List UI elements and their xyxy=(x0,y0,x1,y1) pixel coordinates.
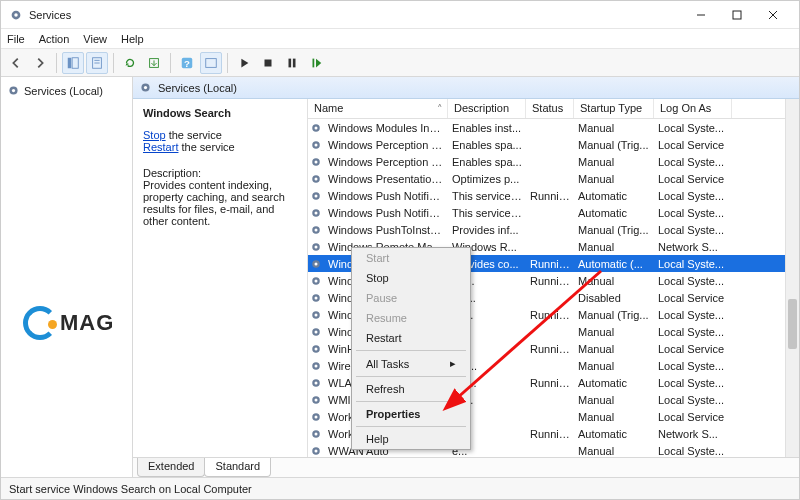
stop-service-button[interactable] xyxy=(257,52,279,74)
cell-logon: Local Service xyxy=(654,343,732,355)
gear-icon xyxy=(308,428,324,440)
ctx-stop[interactable]: Stop xyxy=(352,268,470,288)
gear-icon xyxy=(308,445,324,457)
help-button[interactable]: ? xyxy=(176,52,198,74)
svg-point-62 xyxy=(315,449,318,452)
close-button[interactable] xyxy=(755,4,791,26)
col-status[interactable]: Status xyxy=(526,99,574,118)
table-row[interactable]: Windows PushToInstall Serv...Provides in… xyxy=(308,221,799,238)
export-button[interactable] xyxy=(143,52,165,74)
window-title: Services xyxy=(29,9,683,21)
context-menu: Start Stop Pause Resume Restart All Task… xyxy=(351,247,471,450)
properties-button[interactable] xyxy=(86,52,108,74)
ctx-refresh[interactable]: Refresh xyxy=(352,379,470,399)
table-row[interactable]: Windows Presentation Fou...Optimizes p..… xyxy=(308,170,799,187)
tab-standard[interactable]: Standard xyxy=(204,458,271,477)
cell-desc: Enables spa... xyxy=(448,156,526,168)
gear-icon xyxy=(308,343,324,355)
ctx-pause: Pause xyxy=(352,288,470,308)
cell-startup: Manual xyxy=(574,326,654,338)
table-row[interactable]: Windows Push Notification...This service… xyxy=(308,187,799,204)
separator xyxy=(113,53,114,73)
restart-link[interactable]: Restart xyxy=(143,141,178,153)
table-row[interactable]: Windows Perception ServiceEnables spa...… xyxy=(308,136,799,153)
svg-point-24 xyxy=(315,126,318,129)
cell-logon: Local Syste... xyxy=(654,360,732,372)
chevron-right-icon: ▸ xyxy=(450,357,456,370)
stop-link[interactable]: Stop xyxy=(143,129,166,141)
gear-icon xyxy=(308,292,324,304)
tree-root-item[interactable]: Services (Local) xyxy=(1,81,132,100)
gear-icon xyxy=(308,326,324,338)
ctx-restart[interactable]: Restart xyxy=(352,328,470,348)
gear-icon xyxy=(308,224,324,236)
svg-rect-16 xyxy=(289,58,292,67)
maximize-button[interactable] xyxy=(719,4,755,26)
ctx-alltasks[interactable]: All Tasks▸ xyxy=(352,353,470,374)
ctx-separator xyxy=(356,426,466,427)
cell-startup: Manual xyxy=(574,394,654,406)
app-icon xyxy=(9,8,23,22)
cell-status: Running xyxy=(526,258,574,270)
refresh-button[interactable] xyxy=(119,52,141,74)
back-button[interactable] xyxy=(5,52,27,74)
ctx-help[interactable]: Help xyxy=(352,429,470,449)
table-row[interactable]: Windows Modules InstallerEnables inst...… xyxy=(308,119,799,136)
cell-logon: Local Syste... xyxy=(654,190,732,202)
gear-icon xyxy=(308,360,324,372)
minimize-button[interactable] xyxy=(683,4,719,26)
description-text: Provides content indexing, property cach… xyxy=(143,179,299,227)
table-row[interactable]: Windows Perception Simul...Enables spa..… xyxy=(308,153,799,170)
start-service-button[interactable] xyxy=(233,52,255,74)
view-tabs: Extended Standard xyxy=(133,457,799,477)
status-text: Start service Windows Search on Local Co… xyxy=(9,483,252,495)
cell-startup: Automatic (... xyxy=(574,258,654,270)
show-hide-tree-button[interactable] xyxy=(62,52,84,74)
description-panel: Windows Search Stop the service Restart … xyxy=(133,99,308,457)
selected-service-name: Windows Search xyxy=(143,107,299,119)
tab-extended[interactable]: Extended xyxy=(137,458,205,477)
vertical-scrollbar[interactable] xyxy=(785,99,799,457)
ctx-separator xyxy=(356,401,466,402)
col-logon[interactable]: Log On As xyxy=(654,99,732,118)
cell-logon: Local Syste... xyxy=(654,394,732,406)
col-startup[interactable]: Startup Type xyxy=(574,99,654,118)
menu-view[interactable]: View xyxy=(83,33,107,45)
menu-file[interactable]: File xyxy=(7,33,25,45)
cell-startup: Manual xyxy=(574,241,654,253)
cell-status: Running xyxy=(526,275,574,287)
gear-icon xyxy=(308,139,324,151)
ctx-properties[interactable]: Properties xyxy=(352,404,470,424)
restart-service-button[interactable] xyxy=(305,52,327,74)
svg-point-56 xyxy=(315,398,318,401)
cell-startup: Manual xyxy=(574,156,654,168)
cell-startup: Manual (Trig... xyxy=(574,224,654,236)
titlebar: Services xyxy=(1,1,799,29)
ctx-start: Start xyxy=(352,248,470,268)
cell-logon: Local Service xyxy=(654,173,732,185)
cell-logon: Network S... xyxy=(654,428,732,440)
toolbar: ? xyxy=(1,49,799,77)
cell-desc: Enables spa... xyxy=(448,139,526,151)
forward-button[interactable] xyxy=(29,52,51,74)
cell-logon: Local Syste... xyxy=(654,156,732,168)
pane-header: Services (Local) xyxy=(133,77,799,99)
col-description[interactable]: Description xyxy=(448,99,526,118)
gear-icon xyxy=(308,377,324,389)
cell-startup: Manual xyxy=(574,445,654,457)
pause-service-button[interactable] xyxy=(281,52,303,74)
gear-icon xyxy=(308,394,324,406)
ctx-resume: Resume xyxy=(352,308,470,328)
gear-icon xyxy=(308,156,324,168)
menu-action[interactable]: Action xyxy=(39,33,70,45)
col-name[interactable]: Name˄ xyxy=(308,99,448,118)
cell-startup: Manual xyxy=(574,360,654,372)
console-button[interactable] xyxy=(200,52,222,74)
gear-icon xyxy=(308,258,324,270)
cell-logon: Local Syste... xyxy=(654,207,732,219)
cell-name: Windows Modules Installer xyxy=(324,122,448,134)
scrollbar-thumb[interactable] xyxy=(788,299,797,349)
description-label: Description: xyxy=(143,167,299,179)
table-row[interactable]: Windows Push Notification...This service… xyxy=(308,204,799,221)
menu-help[interactable]: Help xyxy=(121,33,144,45)
